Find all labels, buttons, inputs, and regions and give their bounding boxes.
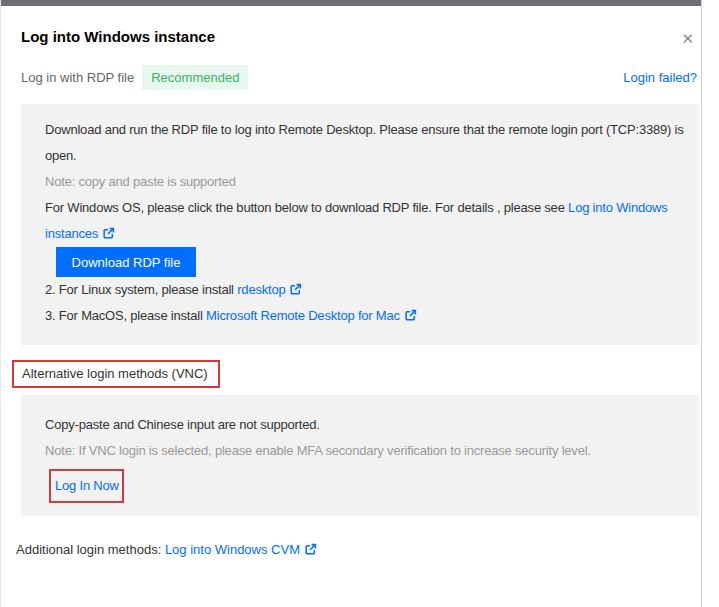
external-link-icon: [404, 309, 417, 322]
vnc-section-heading: Alternative login methods (VNC): [22, 366, 208, 381]
external-link-icon: [102, 227, 115, 240]
vnc-limitations-text: Copy-paste and Chinese input are not sup…: [45, 412, 693, 438]
log-into-windows-instance-dialog: Log into Windows instance ✕ Log in with …: [0, 0, 702, 607]
window-top-bar: [1, 0, 701, 6]
vnc-panel: Copy-paste and Chinese input are not sup…: [21, 395, 699, 516]
microsoft-remote-desktop-label: Microsoft Remote Desktop for Mac: [206, 308, 400, 323]
rdp-method-label: Log in with RDP file: [21, 70, 134, 85]
login-failed-link[interactable]: Login failed?: [623, 70, 697, 85]
rdesktop-label: rdesktop: [237, 282, 285, 297]
log-in-now-link[interactable]: Log In Now: [55, 478, 119, 493]
log-into-windows-cvm-link[interactable]: Log into Windows CVM: [165, 542, 317, 557]
close-icon[interactable]: ✕: [681, 31, 694, 46]
vnc-note-text: Note: If VNC login is selected, please e…: [45, 438, 693, 464]
external-link-icon: [304, 543, 317, 556]
macos-instruction-prefix: 3. For MacOS, please install: [45, 308, 206, 323]
linux-instruction-prefix: 2. For Linux system, please install: [45, 282, 237, 297]
download-rdp-file-button[interactable]: Download RDP file: [56, 247, 196, 277]
microsoft-remote-desktop-link[interactable]: Microsoft Remote Desktop for Mac: [206, 308, 417, 323]
rdesktop-link[interactable]: rdesktop: [237, 282, 302, 297]
additional-login-methods-row: Additional login methods: Log into Windo…: [16, 542, 701, 557]
macos-instruction-text: 3. For MacOS, please install Microsoft R…: [45, 303, 693, 329]
rdp-instructions-panel: Download and run the RDP file to log int…: [21, 104, 699, 345]
dialog-title: Log into Windows instance: [21, 28, 681, 45]
windows-instruction-text: For Windows OS, please click the button …: [45, 195, 693, 247]
recommended-badge: Recommended: [142, 65, 248, 90]
external-link-icon: [289, 283, 302, 296]
log-into-windows-cvm-label: Log into Windows CVM: [165, 542, 300, 557]
windows-instruction-prefix: For Windows OS, please click the button …: [45, 200, 568, 215]
vnc-heading-annotation: Alternative login methods (VNC): [12, 360, 220, 388]
rdp-instruction-text: Download and run the RDP file to log int…: [45, 117, 693, 169]
dialog-header: Log into Windows instance: [21, 28, 681, 45]
additional-login-methods-label: Additional login methods:: [16, 542, 165, 557]
linux-instruction-text: 2. For Linux system, please install rdes…: [45, 277, 693, 303]
rdp-note-text: Note: copy and paste is supported: [45, 169, 693, 195]
log-in-now-annotation: Log In Now: [49, 469, 124, 503]
rdp-method-row: Log in with RDP file Recommended Login f…: [21, 65, 697, 90]
